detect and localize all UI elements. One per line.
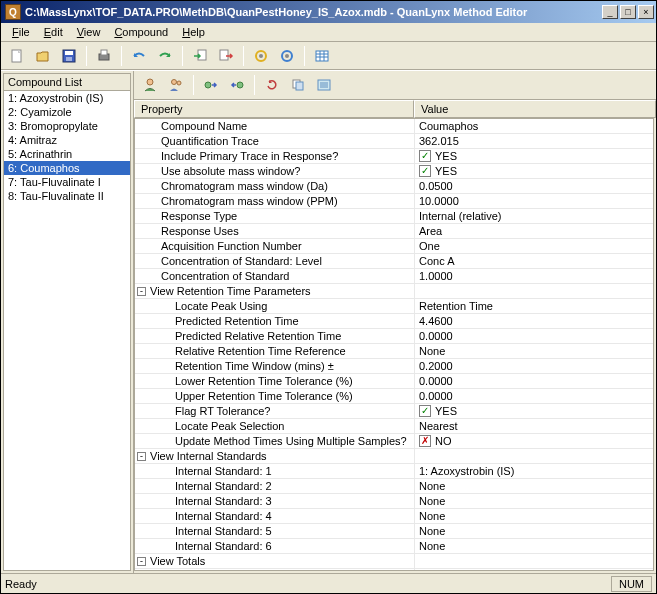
- minimize-button[interactable]: _: [602, 5, 618, 19]
- import-button[interactable]: [188, 45, 212, 67]
- property-label: Internal Standard: 6: [175, 540, 272, 552]
- user1-button[interactable]: [138, 74, 162, 96]
- window-controls: _ □ ×: [600, 5, 656, 19]
- maximize-button[interactable]: □: [620, 5, 636, 19]
- property-row[interactable]: Chromatogram mass window (Da)0.0500: [135, 179, 653, 194]
- property-row[interactable]: Internal Standard: 6None: [135, 539, 653, 554]
- property-row[interactable]: Internal Standard: 3None: [135, 494, 653, 509]
- property-label: Upper Retention Time Tolerance (%): [175, 390, 353, 402]
- checkbox-checked-icon[interactable]: ✓: [419, 165, 431, 177]
- collapse-icon[interactable]: -: [137, 287, 146, 296]
- user2-button[interactable]: [164, 74, 188, 96]
- property-label: Use absolute mass window?: [161, 165, 300, 177]
- property-value: NO: [435, 435, 452, 447]
- property-value: Conc A: [419, 255, 454, 267]
- property-row[interactable]: Response UsesArea: [135, 224, 653, 239]
- property-row[interactable]: Use absolute mass window?✓YES: [135, 164, 653, 179]
- menu-file[interactable]: File: [5, 24, 37, 40]
- menu-compound[interactable]: Compound: [107, 24, 175, 40]
- property-row[interactable]: Internal Standard: 11: Azoxystrobin (IS): [135, 464, 653, 479]
- export-button[interactable]: [214, 45, 238, 67]
- property-row[interactable]: Retention Time Window (mins) ±0.2000: [135, 359, 653, 374]
- undo-button[interactable]: [127, 45, 151, 67]
- compound-item[interactable]: 1: Azoxystrobin (IS): [4, 91, 130, 105]
- property-panel: Property Value Compound NameCoumaphosQua…: [134, 71, 656, 573]
- property-row[interactable]: Upper Retention Time Tolerance (%)0.0000: [135, 389, 653, 404]
- property-row[interactable]: Quantification Trace362.015: [135, 134, 653, 149]
- new-button[interactable]: [5, 45, 29, 67]
- property-row[interactable]: Internal Standard: 4None: [135, 509, 653, 524]
- header-value[interactable]: Value: [414, 100, 656, 118]
- checkbox-checked-icon[interactable]: ✓: [419, 150, 431, 162]
- property-value: 1.0000: [419, 270, 453, 282]
- property-label: Response Type: [161, 210, 237, 222]
- compound-item[interactable]: 2: Cyamizole: [4, 105, 130, 119]
- property-label: Update Method Times Using Multiple Sampl…: [175, 435, 407, 447]
- compound-item[interactable]: 8: Tau-Fluvalinate II: [4, 189, 130, 203]
- settings2-button[interactable]: [275, 45, 299, 67]
- compound-list[interactable]: 1: Azoxystrobin (IS)2: Cyamizole3: Bromo…: [3, 90, 131, 571]
- property-row[interactable]: Response TypeInternal (relative): [135, 209, 653, 224]
- status-ready: Ready: [5, 578, 37, 590]
- refresh-button[interactable]: [260, 74, 284, 96]
- arrow-right-button[interactable]: [199, 74, 223, 96]
- save-button[interactable]: [57, 45, 81, 67]
- menu-view[interactable]: View: [70, 24, 108, 40]
- property-row[interactable]: Relative Retention Time ReferenceNone: [135, 344, 653, 359]
- checkbox-checked-icon[interactable]: ✓: [419, 405, 431, 417]
- close-button[interactable]: ×: [638, 5, 654, 19]
- property-label: View Internal Standards: [150, 450, 267, 462]
- property-label: Locate Peak Using: [175, 300, 267, 312]
- property-row[interactable]: Concentration of Standard1.0000: [135, 269, 653, 284]
- property-row[interactable]: Locate Peak SelectionNearest: [135, 419, 653, 434]
- settings1-button[interactable]: [249, 45, 273, 67]
- grid-header: Property Value: [134, 99, 656, 118]
- property-row[interactable]: Internal Standard: 2None: [135, 479, 653, 494]
- collapse-icon[interactable]: -: [137, 557, 146, 566]
- property-row[interactable]: Lower Retention Time Tolerance (%)0.0000: [135, 374, 653, 389]
- property-row[interactable]: Locate Peak UsingRetention Time: [135, 299, 653, 314]
- property-row[interactable]: Compound NameCoumaphos: [135, 119, 653, 134]
- property-label: Flag RT Tolerance?: [175, 405, 270, 417]
- compound-item[interactable]: 7: Tau-Fluvalinate I: [4, 175, 130, 189]
- list-button[interactable]: [312, 74, 336, 96]
- group-row[interactable]: -View Internal Standards: [135, 449, 653, 464]
- property-label: Chromatogram mass window (PPM): [161, 195, 338, 207]
- property-row[interactable]: Flag RT Tolerance?✓YES: [135, 404, 653, 419]
- property-row[interactable]: Internal Standard: 5None: [135, 524, 653, 539]
- property-label: Locate Peak Selection: [175, 420, 284, 432]
- property-value: 0.0000: [419, 330, 453, 342]
- compound-item[interactable]: 4: Amitraz: [4, 133, 130, 147]
- group-row[interactable]: -View Retention Time Parameters: [135, 284, 653, 299]
- property-row[interactable]: Totals Group: [135, 569, 653, 571]
- property-row[interactable]: Predicted Relative Retention Time0.0000: [135, 329, 653, 344]
- property-value: None: [419, 495, 445, 507]
- property-grid[interactable]: Compound NameCoumaphosQuantification Tra…: [134, 118, 654, 571]
- sidebar: Compound List 1: Azoxystrobin (IS)2: Cya…: [1, 71, 134, 573]
- redo-button[interactable]: [153, 45, 177, 67]
- property-row[interactable]: Concentration of Standard: LevelConc A: [135, 254, 653, 269]
- property-row[interactable]: Acquisition Function NumberOne: [135, 239, 653, 254]
- property-value: Area: [419, 225, 442, 237]
- property-row[interactable]: Chromatogram mass window (PPM)10.0000: [135, 194, 653, 209]
- compound-item[interactable]: 6: Coumaphos: [4, 161, 130, 175]
- table-button[interactable]: [310, 45, 334, 67]
- header-property[interactable]: Property: [134, 100, 414, 118]
- property-label: Internal Standard: 5: [175, 525, 272, 537]
- property-row[interactable]: Update Method Times Using Multiple Sampl…: [135, 434, 653, 449]
- menu-edit[interactable]: Edit: [37, 24, 70, 40]
- property-row[interactable]: Include Primary Trace in Response?✓YES: [135, 149, 653, 164]
- group-row[interactable]: -View Totals: [135, 554, 653, 569]
- print-button[interactable]: [92, 45, 116, 67]
- collapse-icon[interactable]: -: [137, 452, 146, 461]
- property-value: 0.0000: [419, 375, 453, 387]
- property-label: Quantification Trace: [161, 135, 259, 147]
- open-button[interactable]: [31, 45, 55, 67]
- arrow-left-button[interactable]: [225, 74, 249, 96]
- property-row[interactable]: Predicted Retention Time4.4600: [135, 314, 653, 329]
- copy-button[interactable]: [286, 74, 310, 96]
- menu-help[interactable]: Help: [175, 24, 212, 40]
- compound-item[interactable]: 5: Acrinathrin: [4, 147, 130, 161]
- compound-item[interactable]: 3: Bromopropylate: [4, 119, 130, 133]
- checkbox-unchecked-icon[interactable]: ✗: [419, 435, 431, 447]
